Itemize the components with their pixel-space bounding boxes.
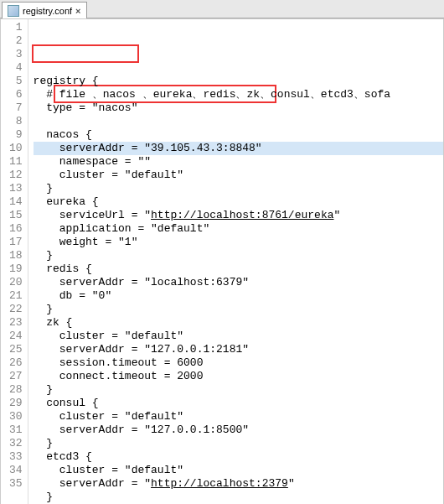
code-line[interactable]: cluster = "default"	[34, 410, 443, 423]
code-line[interactable]: }	[34, 383, 443, 397]
line-number: 22	[9, 303, 23, 316]
file-tab[interactable]: registry.conf ×	[2, 2, 87, 18]
code-line[interactable]: connect.timeout = 2000	[34, 370, 443, 383]
line-number: 35	[9, 477, 23, 491]
code-line[interactable]: consul {	[34, 397, 443, 410]
code-line[interactable]: cluster = "default"	[34, 464, 443, 477]
line-number: 1	[9, 21, 23, 34]
line-number: 5	[9, 75, 23, 88]
highlight-box-type	[32, 44, 139, 63]
code-area[interactable]: registry { # file 、nacos 、eureka、redis、z…	[28, 19, 443, 504]
url-link[interactable]: http://localhost:2379	[151, 477, 288, 490]
code-editor[interactable]: 1234567891011121314151617181920212223242…	[0, 18, 444, 504]
code-line[interactable]: weight = "1"	[34, 236, 443, 249]
code-line[interactable]: nacos {	[34, 128, 443, 142]
line-number: 14	[9, 195, 23, 209]
line-number-gutter: 1234567891011121314151617181920212223242…	[1, 19, 28, 504]
line-number: 25	[9, 343, 23, 356]
tab-bar: registry.conf ×	[0, 0, 444, 18]
code-line[interactable]: serverAddr = "39.105.43.3:8848"	[34, 142, 443, 155]
close-icon[interactable]: ×	[75, 6, 80, 16]
url-link[interactable]: http://localhost:8761/eureka	[151, 209, 333, 221]
code-line[interactable]: }	[34, 249, 443, 262]
code-line[interactable]: }	[34, 182, 443, 195]
tab-filename: registry.conf	[23, 6, 72, 16]
code-line[interactable]: etcd3 {	[34, 450, 443, 464]
code-line[interactable]: cluster = "default"	[34, 330, 443, 343]
code-line[interactable]: serverAddr = "localhost:6379"	[34, 276, 443, 289]
line-number: 10	[9, 142, 23, 155]
line-number: 24	[9, 330, 23, 343]
line-number: 11	[9, 155, 23, 169]
line-number: 29	[9, 397, 23, 410]
line-number: 17	[9, 236, 23, 249]
line-number: 31	[9, 423, 23, 437]
line-number: 3	[9, 48, 23, 61]
code-line[interactable]: }	[34, 303, 443, 316]
file-icon	[8, 5, 19, 17]
line-number: 32	[9, 437, 23, 450]
line-number: 13	[9, 182, 23, 195]
line-number: 34	[9, 464, 23, 477]
line-number: 2	[9, 34, 23, 48]
code-line[interactable]: session.timeout = 6000	[34, 356, 443, 370]
code-line[interactable]: serviceUrl = "http://localhost:8761/eure…	[34, 209, 443, 222]
code-line[interactable]: namespace = ""	[34, 155, 443, 169]
code-line[interactable]: eureka {	[34, 195, 443, 209]
code-line[interactable]: cluster = "default"	[34, 169, 443, 182]
line-number: 30	[9, 410, 23, 423]
line-number: 27	[9, 370, 23, 383]
code-line[interactable]: application = "default"	[34, 222, 443, 236]
code-line[interactable]: type = "nacos"	[34, 101, 443, 115]
line-number: 28	[9, 383, 23, 397]
code-line[interactable]	[34, 115, 443, 128]
line-number: 8	[9, 115, 23, 128]
code-line[interactable]: db = "0"	[34, 289, 443, 303]
line-number: 21	[9, 289, 23, 303]
code-line[interactable]: }	[34, 491, 443, 504]
line-number: 19	[9, 262, 23, 276]
line-number: 26	[9, 356, 23, 370]
line-number: 33	[9, 450, 23, 464]
code-line[interactable]: zk {	[34, 316, 443, 330]
code-line[interactable]: # file 、nacos 、eureka、redis、zk、consul、et…	[34, 88, 443, 101]
line-number: 9	[9, 128, 23, 142]
line-number: 23	[9, 316, 23, 330]
code-line[interactable]: redis {	[34, 262, 443, 276]
line-number: 6	[9, 88, 23, 101]
line-number: 7	[9, 101, 23, 115]
line-number: 18	[9, 249, 23, 262]
line-number: 12	[9, 169, 23, 182]
code-line[interactable]: serverAddr = "http://localhost:2379"	[34, 477, 443, 491]
code-line[interactable]: }	[34, 437, 443, 450]
code-line[interactable]: serverAddr = "127.0.0.1:8500"	[34, 423, 443, 437]
code-line[interactable]: registry {	[34, 75, 443, 88]
line-number: 20	[9, 276, 23, 289]
line-number: 15	[9, 209, 23, 222]
line-number: 4	[9, 61, 23, 75]
line-number: 16	[9, 222, 23, 236]
code-line[interactable]: serverAddr = "127.0.0.1:2181"	[34, 343, 443, 356]
